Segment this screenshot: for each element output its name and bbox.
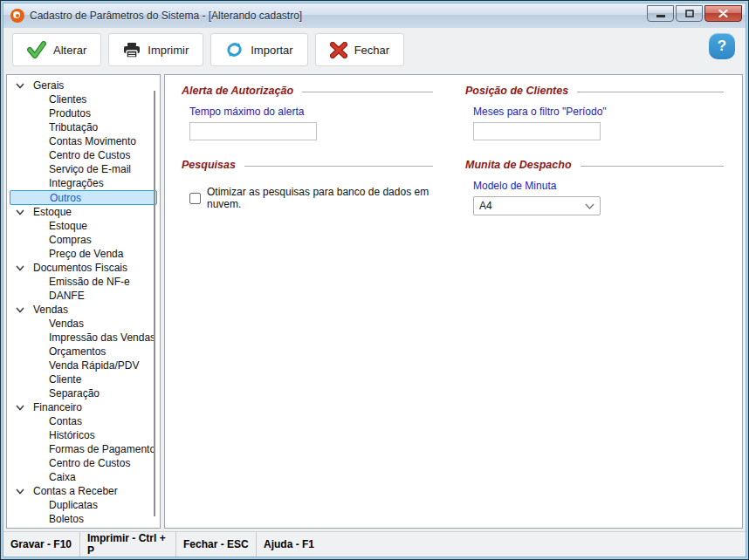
checkbox-unchecked-icon[interactable]	[189, 193, 201, 204]
chevron-down-icon[interactable]	[16, 307, 33, 313]
close-button[interactable]	[704, 5, 742, 22]
tree-item-label: Duplicatas	[49, 499, 98, 511]
tree-item-label: Contas Movimento	[49, 135, 136, 147]
chevron-down-icon[interactable]	[16, 265, 33, 271]
tree-item-emissao-de-nf-e[interactable]: Emissão de NF-e	[7, 275, 160, 289]
tree-item-label: Separação	[49, 387, 100, 400]
minimize-icon	[656, 10, 665, 17]
tree-item-label: Compras	[49, 234, 92, 246]
tree-scrollbar[interactable]	[154, 91, 155, 516]
tree-item-centro-de-custos[interactable]: Centro de Custos	[7, 456, 160, 470]
tree-item-contas-a-receber[interactable]: Contas a Receber	[7, 484, 160, 498]
otimizar-pesquisas-label: Otimizar as pesquisas para banco de dado…	[207, 186, 433, 210]
tree-item-label: Produtos	[49, 107, 91, 120]
tree-item-label: Gerais	[33, 79, 64, 92]
tree-item-gerais[interactable]: Gerais	[7, 79, 160, 92]
tree-item-preco-de-venda[interactable]: Preço de Venda	[7, 247, 160, 261]
tree-item-label: Venda Rápida/PDV	[49, 359, 139, 372]
otimizar-pesquisas-checkbox-row[interactable]: Otimizar as pesquisas para banco de dado…	[189, 186, 433, 210]
group-divider	[581, 166, 724, 167]
tree-item-label: Caixa	[49, 471, 76, 483]
tree-item-orcamentos[interactable]: Orçamentos	[7, 345, 160, 359]
modelo-minuta-select[interactable]: A4	[473, 196, 601, 215]
tree-item-label: Centro de Custos	[49, 149, 130, 161]
tree-item-vendas[interactable]: Vendas	[7, 317, 160, 331]
tree-item-clientes[interactable]: Clientes	[7, 92, 160, 106]
tree-item-label: DANFE	[49, 290, 85, 302]
group-title: Pesquisas	[182, 159, 236, 171]
statusbar: Gravar - F10Imprimir - Ctrl + PFechar - …	[3, 531, 746, 557]
group-pesquisas: Pesquisas Otimizar as pesquisas para ban…	[182, 159, 433, 210]
fechar-button[interactable]: Fechar	[315, 33, 404, 66]
tree-item-venda-rapida-pdv[interactable]: Venda Rápida/PDV	[7, 359, 160, 372]
tree-item-estoque[interactable]: Estoque	[7, 205, 160, 219]
tree-item-duplicatas[interactable]: Duplicatas	[7, 498, 160, 512]
maximize-button[interactable]	[676, 5, 703, 22]
tree-item-label: Emissão de NF-e	[49, 276, 130, 288]
group-alerta-de-autorizacao: Alerta de Autorização Tempo máximo do al…	[182, 85, 433, 140]
tree-item-centro-de-custos[interactable]: Centro de Custos	[7, 148, 160, 162]
tree-item-label: Formas de Pagamento	[49, 443, 155, 455]
tree-item-contas-movimento[interactable]: Contas Movimento	[7, 134, 160, 148]
tree-item-label: Cliente	[49, 373, 81, 386]
tree-item-contas[interactable]: Contas	[7, 414, 160, 428]
tempo-maximo-input[interactable]	[189, 122, 317, 140]
tree-item-label: Serviço de E-mail	[49, 163, 131, 175]
modelo-minuta-label: Modelo de Minuta	[473, 180, 724, 192]
tree-item-formas-de-pagamento[interactable]: Formas de Pagamento	[7, 442, 160, 456]
tree-item-label: Integrações	[49, 177, 104, 189]
tree-item-outros[interactable]: Outros	[10, 190, 157, 205]
tree-item-label: Contas a Pagar	[33, 527, 106, 529]
tree-item-financeiro[interactable]: Financeiro	[7, 400, 160, 414]
group-title: Munita de Despacho	[465, 159, 572, 171]
tree-item-separacao[interactable]: Separação	[7, 386, 160, 400]
chevron-down-icon[interactable]	[16, 405, 33, 411]
tree-item-impressao-das-vendas[interactable]: Impressão das Vendas	[7, 331, 160, 345]
tree-item-caixa[interactable]: Caixa	[7, 470, 160, 484]
alterar-label: Alterar	[53, 44, 86, 57]
tree-item-boletos[interactable]: Boletos	[7, 512, 160, 526]
chevron-down-icon[interactable]	[16, 83, 33, 89]
help-button[interactable]: ?	[709, 33, 735, 59]
tree-item-estoque[interactable]: Estoque	[7, 219, 160, 233]
maximize-icon	[685, 10, 694, 17]
tree-item-servico-de-e-mail[interactable]: Serviço de E-mail	[7, 162, 160, 176]
tree-item-produtos[interactable]: Produtos	[7, 106, 160, 120]
tree-item-label: Orçamentos	[49, 345, 106, 358]
chevron-down-icon	[585, 203, 594, 209]
tree-item-danfe[interactable]: DANFE	[7, 289, 160, 303]
chevron-down-icon[interactable]	[16, 209, 33, 215]
tree-item-contas-a-pagar[interactable]: Contas a Pagar	[7, 526, 160, 529]
tree-item-label: Boletos	[49, 513, 84, 525]
group-title: Posição de Clientes	[465, 85, 568, 97]
group-title: Alerta de Autorização	[182, 85, 293, 97]
red-x-icon	[330, 42, 347, 58]
tree-item-label: Históricos	[49, 429, 95, 441]
importar-button[interactable]: Importar	[210, 33, 307, 66]
tree-item-compras[interactable]: Compras	[7, 233, 160, 247]
tree-item-vendas[interactable]: Vendas	[7, 303, 160, 317]
tree-item-label: Financeiro	[33, 401, 82, 413]
importar-label: Importar	[251, 44, 292, 57]
tree-item-historicos[interactable]: Históricos	[7, 428, 160, 442]
tree-item-documentos-fiscais[interactable]: Documentos Fiscais	[7, 261, 160, 275]
settings-panel: Alerta de Autorização Tempo máximo do al…	[164, 74, 743, 529]
tree-item-label: Clientes	[49, 93, 86, 106]
imprimir-button[interactable]: Imprimir	[108, 33, 203, 66]
tree-item-tributacao[interactable]: Tributação	[7, 120, 160, 134]
alterar-button[interactable]: Alterar	[12, 33, 101, 66]
group-divider	[577, 92, 724, 92]
tree-item-integracoes[interactable]: Integrações	[7, 176, 160, 190]
question-mark-icon: ?	[718, 38, 726, 55]
tree-item-label: Outros	[50, 192, 81, 204]
meses-filtro-input[interactable]	[473, 122, 601, 140]
tree-item-label: Documentos Fiscais	[33, 262, 127, 274]
status-item-fechar-esc: Fechar - ESC	[176, 532, 257, 557]
minimize-button[interactable]	[647, 5, 674, 22]
toolbar: Alterar Imprimir Impo	[3, 28, 746, 72]
tree-item-cliente[interactable]: Cliente	[7, 372, 160, 386]
tree-item-label: Contas	[49, 415, 82, 427]
tree-item-label: Contas a Receber	[33, 485, 118, 497]
chevron-down-icon[interactable]	[16, 488, 33, 495]
tree-item-label: Tributação	[49, 121, 98, 133]
